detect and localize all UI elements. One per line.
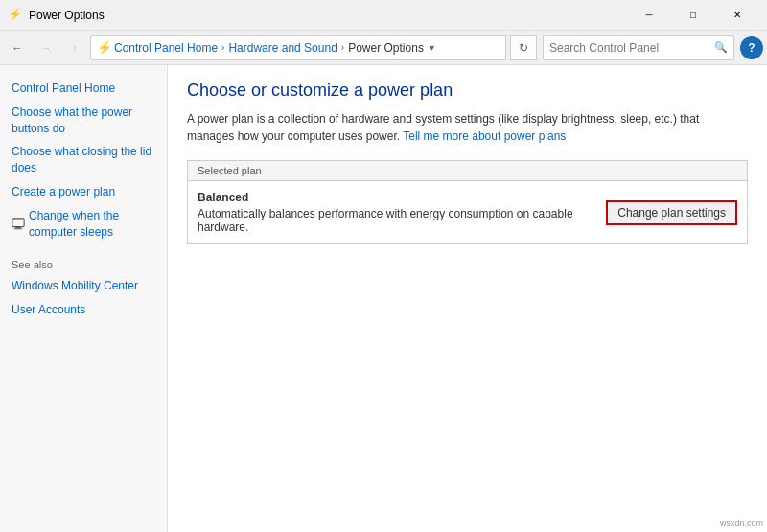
svg-rect-1 (15, 226, 20, 228)
search-icon[interactable]: 🔍 (714, 41, 728, 54)
watermark: wsxdn.com (720, 519, 763, 528)
close-button[interactable]: ✕ (715, 0, 759, 31)
sidebar: Control Panel Home Choose what the power… (0, 65, 168, 532)
sidebar-item-mobility-center[interactable]: Windows Mobility Center (0, 274, 167, 298)
content-description: A power plan is a collection of hardware… (187, 110, 748, 145)
breadcrumb-sep-1: › (221, 42, 224, 53)
change-plan-button[interactable]: Change plan settings (606, 200, 737, 225)
main-layout: Control Panel Home Choose what the power… (0, 65, 767, 532)
sidebar-item-home[interactable]: Control Panel Home (0, 77, 167, 101)
plan-row: Balanced Automatically balances performa… (188, 181, 747, 243)
title-bar-controls: ─ □ ✕ (627, 0, 759, 31)
monitor-icon (12, 218, 25, 231)
breadcrumb-control-panel[interactable]: Control Panel Home (114, 41, 218, 55)
minimize-button[interactable]: ─ (627, 0, 671, 31)
maximize-button[interactable]: □ (671, 0, 715, 31)
svg-rect-0 (12, 218, 24, 226)
svg-rect-2 (14, 228, 23, 229)
power-plans-link[interactable]: Tell me more about power plans (403, 129, 566, 143)
plan-description: Automatically balances performance with … (198, 207, 596, 234)
sidebar-item-close-lid[interactable]: Choose what closing the lid does (0, 140, 167, 180)
sidebar-item-create-plan[interactable]: Create a power plan (0, 180, 167, 204)
breadcrumb-icon: ⚡ (97, 40, 112, 55)
search-input[interactable] (549, 41, 710, 55)
address-bar: ← → ↑ ⚡ Control Panel Home › Hardware an… (0, 31, 767, 65)
breadcrumb-hardware[interactable]: Hardware and Sound (228, 41, 337, 55)
search-bar[interactable]: 🔍 (543, 35, 734, 60)
plan-name: Balanced (198, 191, 596, 204)
help-button[interactable]: ? (740, 36, 763, 59)
up-button[interactable]: ↑ (61, 35, 88, 61)
breadcrumb-sep-2: › (341, 42, 344, 53)
forward-button[interactable]: → (33, 35, 59, 61)
sidebar-item-power-buttons[interactable]: Choose what the power buttons do (0, 101, 167, 141)
selected-plan-section: Selected plan Balanced Automatically bal… (187, 160, 748, 244)
sidebar-item-computer-sleeps[interactable]: Change when the computer sleeps (0, 204, 167, 244)
selected-plan-header: Selected plan (188, 161, 747, 181)
sidebar-item-user-accounts[interactable]: User Accounts (0, 298, 167, 322)
breadcrumb-bar[interactable]: ⚡ Control Panel Home › Hardware and Soun… (90, 35, 506, 60)
title-bar: ⚡ Power Options ─ □ ✕ (0, 0, 767, 31)
content-area: Choose or customize a power plan A power… (168, 65, 767, 532)
see-also-title: See also (0, 243, 167, 274)
breadcrumb-power-options: Power Options (348, 41, 424, 55)
refresh-button[interactable]: ↻ (510, 35, 537, 60)
breadcrumb-dropdown-icon[interactable]: ▾ (430, 42, 434, 53)
window-title: Power Options (29, 9, 627, 22)
plan-info: Balanced Automatically balances performa… (198, 191, 596, 234)
back-button[interactable]: ← (4, 35, 31, 61)
page-title: Choose or customize a power plan (187, 81, 748, 101)
window-icon: ⚡ (8, 8, 23, 23)
